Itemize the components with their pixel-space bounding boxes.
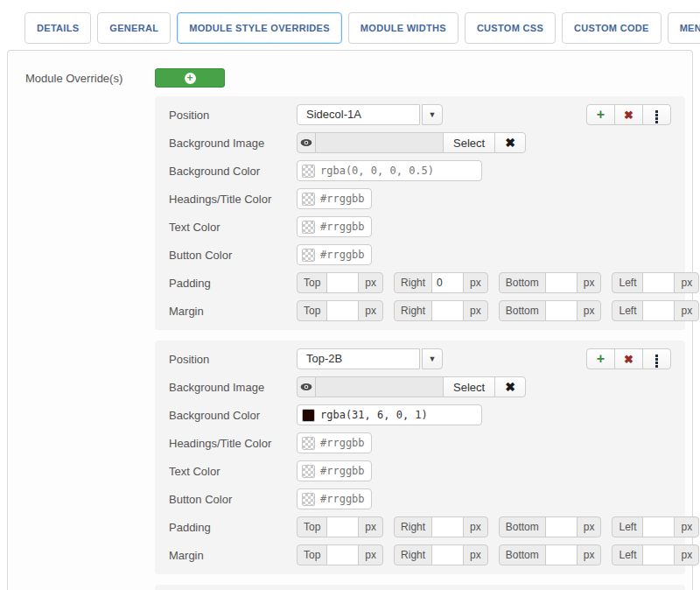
margin-label: Margin: [169, 549, 297, 562]
clear-image-button[interactable]: ✖: [494, 376, 526, 397]
px-unit-addon: px: [358, 272, 383, 293]
text-color-label: Text Color: [169, 221, 297, 234]
padding-left-input[interactable]: [642, 272, 675, 293]
text-color-text[interactable]: [320, 465, 367, 477]
tab-module-style-overrides[interactable]: MODULE STYLE OVERRIDES: [177, 12, 342, 44]
background-color-text[interactable]: [320, 165, 477, 177]
px-unit-addon: px: [463, 544, 488, 565]
position-select-value: Top-2B: [297, 348, 420, 369]
preview-toggle-button[interactable]: [297, 376, 316, 397]
background-color-input[interactable]: [297, 160, 482, 181]
px-unit-addon: px: [463, 272, 488, 293]
caret-down-icon[interactable]: ▼: [422, 104, 443, 125]
margin-top-addon: Top: [297, 544, 327, 565]
button-color-text[interactable]: [320, 249, 367, 261]
tab-menu-assignment[interactable]: MENU ASSIGNMENT: [668, 12, 700, 44]
margin-bottom-addon: Bottom: [499, 300, 546, 321]
px-unit-addon: px: [674, 516, 699, 537]
headings-color-text[interactable]: [320, 437, 367, 449]
padding-label: Padding: [169, 277, 297, 290]
transparent-swatch-icon: [302, 221, 315, 234]
plus-icon: +: [597, 108, 605, 122]
transparent-swatch-icon: [302, 193, 315, 206]
plus-icon: +: [597, 352, 605, 366]
padding-top-addon: Top: [297, 516, 327, 537]
px-unit-addon: px: [674, 272, 699, 293]
button-color-text[interactable]: [320, 493, 367, 505]
tab-custom-css[interactable]: CUSTOM CSS: [465, 12, 556, 44]
padding-bottom-input[interactable]: [545, 516, 578, 537]
padding-left-addon: Left: [612, 272, 643, 293]
padding-right-input[interactable]: [431, 516, 464, 537]
x-icon: ✖: [624, 109, 634, 122]
background-image-input[interactable]: [316, 132, 444, 153]
background-image-label: Background Image: [169, 137, 297, 150]
add-row-button[interactable]: +: [586, 104, 615, 125]
override-panel-1: Position Sidecol-1A ▼ + ✖: [155, 96, 685, 330]
margin-bottom-input[interactable]: [545, 300, 578, 321]
x-icon: ✖: [505, 136, 515, 150]
headings-color-input[interactable]: [297, 188, 372, 209]
color-swatch-icon: [302, 409, 315, 422]
transparent-swatch-icon: [302, 465, 315, 478]
text-color-text[interactable]: [320, 221, 367, 233]
text-color-input[interactable]: [297, 216, 372, 237]
margin-left-addon: Left: [612, 300, 643, 321]
module-overrides-label: Module Override(s): [25, 68, 155, 85]
padding-left-input[interactable]: [642, 516, 675, 537]
margin-right-input[interactable]: [431, 300, 464, 321]
margin-left-input[interactable]: [642, 300, 675, 321]
text-color-label: Text Color: [169, 465, 297, 478]
button-color-input[interactable]: [297, 244, 372, 265]
add-row-button[interactable]: +: [586, 348, 615, 369]
tab-content-panel: Module Override(s) + Position Sidecol-1A…: [7, 50, 693, 590]
button-color-input[interactable]: [297, 488, 372, 509]
margin-label: Margin: [169, 305, 297, 318]
button-color-label: Button Color: [169, 249, 297, 262]
background-image-input[interactable]: [316, 376, 444, 397]
remove-row-button[interactable]: ✖: [614, 104, 643, 125]
background-image-label: Background Image: [169, 381, 297, 394]
margin-right-input[interactable]: [431, 544, 464, 565]
add-override-button[interactable]: +: [155, 68, 225, 88]
tab-custom-code[interactable]: CUSTOM CODE: [562, 12, 662, 44]
caret-down-icon[interactable]: ▼: [422, 348, 443, 369]
headings-color-label: Headings/Title Color: [169, 437, 297, 450]
position-select[interactable]: Sidecol-1A ▼: [297, 104, 443, 125]
px-unit-addon: px: [358, 516, 383, 537]
padding-top-input[interactable]: [326, 516, 359, 537]
position-select[interactable]: Top-2B ▼: [297, 348, 443, 369]
tab-general[interactable]: GENERAL: [97, 12, 171, 44]
margin-left-input[interactable]: [642, 544, 675, 565]
text-color-input[interactable]: [297, 460, 372, 481]
margin-right-addon: Right: [394, 300, 432, 321]
select-image-button[interactable]: Select: [443, 132, 495, 153]
headings-color-input[interactable]: [297, 432, 372, 453]
padding-top-input[interactable]: [326, 272, 359, 293]
background-color-input[interactable]: [297, 404, 482, 425]
padding-bottom-input[interactable]: [545, 272, 578, 293]
margin-right-addon: Right: [394, 544, 432, 565]
x-icon: ✖: [505, 380, 515, 394]
move-row-button[interactable]: [642, 348, 671, 369]
panel-toolbar: + ✖: [586, 348, 671, 369]
position-select-value: Sidecol-1A: [297, 104, 420, 125]
background-color-text[interactable]: [320, 409, 477, 421]
panel-toolbar: + ✖: [586, 104, 671, 125]
tab-module-widths[interactable]: MODULE WIDTHS: [348, 12, 458, 44]
padding-right-input[interactable]: [431, 272, 464, 293]
position-label: Position: [169, 109, 297, 122]
select-image-button[interactable]: Select: [443, 376, 495, 397]
headings-color-text[interactable]: [320, 193, 367, 205]
px-unit-addon: px: [577, 272, 602, 293]
preview-toggle-button[interactable]: [297, 132, 316, 153]
margin-top-input[interactable]: [326, 300, 359, 321]
margin-bottom-input[interactable]: [545, 544, 578, 565]
move-row-button[interactable]: [642, 104, 671, 125]
padding-left-addon: Left: [612, 516, 643, 537]
tab-details[interactable]: DETAILS: [24, 12, 91, 44]
px-unit-addon: px: [463, 516, 488, 537]
remove-row-button[interactable]: ✖: [614, 348, 643, 369]
margin-top-input[interactable]: [326, 544, 359, 565]
clear-image-button[interactable]: ✖: [494, 132, 526, 153]
